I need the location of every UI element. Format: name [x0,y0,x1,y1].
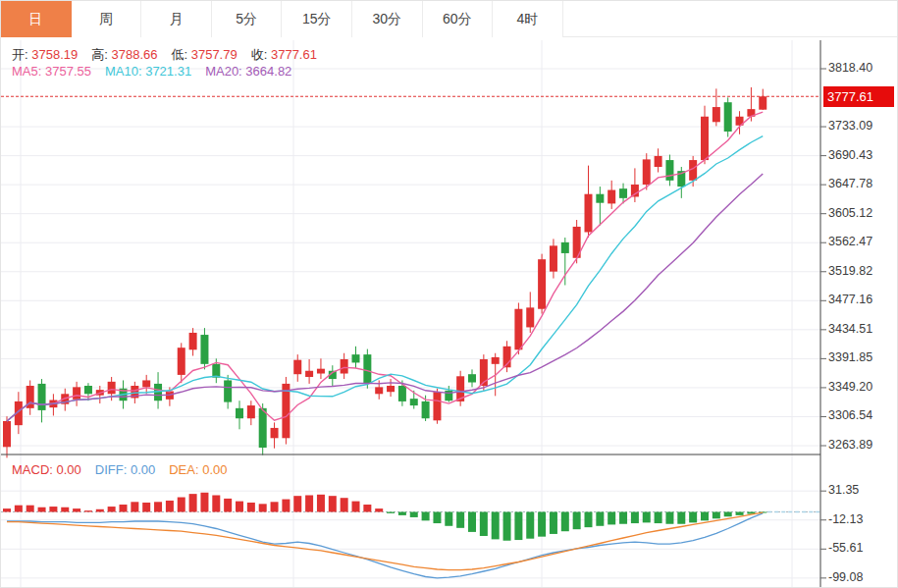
macd-bar [573,512,581,530]
readout-item: 低: 3757.79 [171,47,237,62]
price-axis-label: 3349.20 [828,380,872,394]
readout-item: 收: 3777.61 [251,47,317,62]
candle [596,187,604,225]
candle [445,386,452,402]
readout-item: 开: 3758.19 [12,47,78,62]
macd-bar [655,512,662,524]
price-axis-label: 3818.40 [828,61,872,75]
price-axis-label: 3306.54 [828,408,872,422]
tab-周[interactable]: 周 [72,1,142,37]
macd-bar [236,502,243,512]
macd-bar [166,501,174,512]
chart-canvas[interactable] [1,37,898,588]
candle [305,359,313,384]
macd-bar [329,496,337,511]
tab-4时[interactable]: 4时 [493,1,563,37]
candle [655,148,662,172]
macd-bar [585,512,593,528]
price-axis-label: 3519.82 [828,264,872,278]
macd-bar [49,507,57,511]
price-axis-label: 3647.78 [828,177,872,190]
tab-30分[interactable]: 30分 [352,1,423,37]
macd-bar [317,495,325,512]
candles [3,87,766,457]
readout-item: MA10: 3721.31 [105,64,191,79]
macd-bar [514,512,522,541]
macd-bar [736,512,744,515]
candle [433,389,441,424]
diff-line [7,513,763,578]
macd-bar [665,512,673,524]
macd-bar [607,512,615,525]
candle [49,394,57,415]
tab-月[interactable]: 月 [141,1,212,37]
candle [38,379,46,422]
candle [224,375,232,409]
macd-bar [596,512,604,526]
macd-bar [410,512,418,517]
price-axis-label: 3733.09 [828,119,872,133]
candle [200,328,208,369]
macd-bar [271,502,279,511]
macd-bar [387,512,395,513]
price-axis-label: 3263.89 [828,438,872,452]
candle [317,358,325,379]
macd-axis-label: -12.13 [828,512,863,526]
macd-bar [352,502,360,512]
tab-60分[interactable]: 60分 [423,1,494,37]
price-axis-label: 3434.51 [828,322,872,336]
ma-readout: MA5: 3757.55MA10: 3721.31MA20: 3664.82 [12,64,305,79]
candle [3,416,11,457]
macd-bar [26,506,34,512]
candle [271,422,279,448]
macd-bar [178,498,185,512]
macd-bar [503,512,511,541]
ma20-line [7,174,763,421]
macd-readout: MACD: 0.00DIFF: 0.00DEA: 0.00 [12,462,241,477]
candle [178,343,185,383]
candle [73,382,80,406]
macd-bar [701,512,709,521]
macd-bar [363,505,371,511]
candle [631,168,639,202]
candle [84,383,92,401]
price-axis-label: 3562.47 [828,235,872,248]
macd-bar [61,508,69,512]
candle [759,89,766,110]
candle [585,166,593,238]
tab-日[interactable]: 日 [1,1,72,37]
macd-bar [375,508,383,511]
macd-bar [142,503,150,512]
candle [550,239,557,278]
candle [736,111,744,134]
candle [573,220,581,263]
last-price-badge: 3777.61 [823,86,894,107]
chart-plot-area[interactable]: 开: 3758.19高: 3788.66低: 3757.79收: 3777.61… [1,37,898,588]
candle [387,379,395,397]
macd-axis-label: 31.35 [828,483,859,497]
candle [526,292,534,333]
candle [236,401,243,429]
candle [259,403,267,455]
macd-bar [538,512,546,537]
macd-bar [713,512,720,519]
readout-item: MACD: 0.00 [12,462,81,477]
candle [724,97,732,136]
macd-bar [468,512,476,532]
macd-bar [550,512,557,534]
candle [538,254,546,314]
macd-bar [422,512,430,521]
macd-bar [480,512,488,536]
candle [456,371,464,406]
readout-item: DEA: 0.00 [169,462,227,477]
candle [247,401,255,425]
macd-bar [212,496,220,512]
tab-5分[interactable]: 5分 [212,1,283,37]
tab-15分[interactable]: 15分 [282,1,352,37]
macd-bar [131,502,138,511]
macd-bar [456,512,464,528]
price-axis-label: 3605.12 [828,206,872,220]
macd-bar [724,512,732,517]
candle [282,377,290,445]
macd-bar [293,496,301,511]
